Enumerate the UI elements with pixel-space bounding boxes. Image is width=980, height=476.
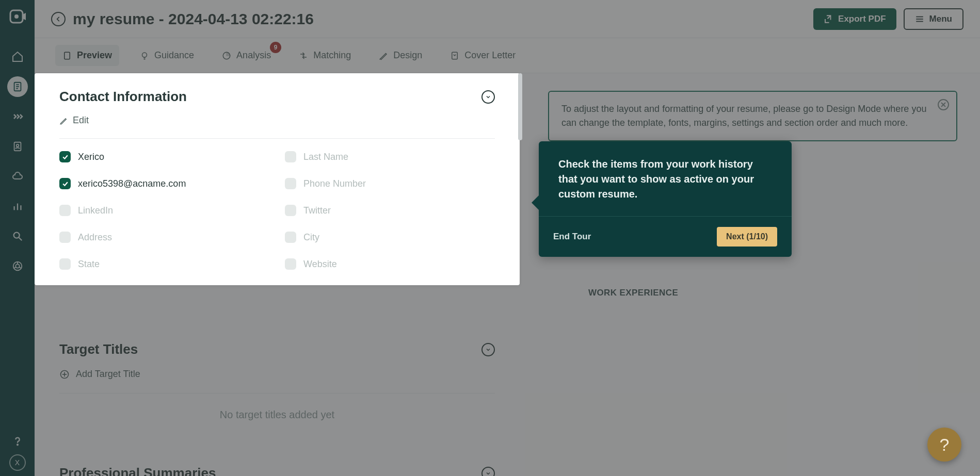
app-logo[interactable] — [7, 6, 28, 27]
field-phone[interactable]: Phone Number — [285, 178, 495, 189]
edit-contact-button[interactable]: Edit — [59, 115, 495, 139]
professional-summaries-section: Professional Summaries — [35, 465, 520, 476]
field-first-name[interactable]: Xerico — [59, 151, 269, 162]
work-experience-heading: WORK EXPERIENCE — [588, 288, 678, 298]
svg-point-1 — [14, 14, 19, 19]
page-title: my resume - 2024-04-13 02:22:16 — [73, 10, 314, 28]
tab-preview[interactable]: Preview — [55, 45, 119, 66]
help-icon[interactable] — [7, 431, 28, 451]
collapse-prof-summaries[interactable] — [481, 467, 495, 477]
svg-point-7 — [16, 144, 19, 147]
checkbox-first-name[interactable] — [59, 151, 71, 162]
browser-icon[interactable] — [7, 256, 28, 276]
contacts-icon[interactable] — [7, 136, 28, 157]
tooltip-arrow — [532, 195, 539, 210]
svg-point-18 — [17, 444, 18, 445]
menu-button[interactable]: Menu — [904, 8, 963, 30]
home-icon[interactable] — [7, 46, 28, 67]
pipeline-icon[interactable] — [7, 106, 28, 127]
tab-bar: Preview Guidance Analysis 9 Matching Des… — [35, 38, 980, 73]
target-titles-empty: No target titles added yet — [59, 393, 495, 436]
collapse-target-titles[interactable] — [481, 343, 495, 356]
close-notice-button[interactable] — [938, 99, 949, 110]
field-website[interactable]: Website — [285, 258, 495, 270]
svg-point-23 — [142, 53, 147, 57]
header: my resume - 2024-04-13 02:22:16 Export P… — [35, 0, 980, 38]
field-state[interactable]: State — [59, 258, 269, 270]
field-email[interactable]: xerico5398@acname.com — [59, 178, 269, 189]
tour-next-button[interactable]: Next (1/10) — [717, 227, 777, 247]
field-city[interactable]: City — [285, 232, 495, 243]
checkbox-address[interactable] — [59, 232, 71, 243]
tab-design[interactable]: Design — [372, 45, 429, 66]
export-pdf-button[interactable]: Export PDF — [813, 8, 896, 30]
checkbox-phone[interactable] — [285, 178, 296, 189]
user-avatar[interactable]: X — [9, 454, 26, 471]
field-last-name[interactable]: Last Name — [285, 151, 495, 162]
tab-cover-letter[interactable]: Cover Letter — [443, 45, 523, 66]
checkbox-email[interactable] — [59, 178, 71, 189]
tab-analysis[interactable]: Analysis 9 — [215, 45, 278, 66]
analysis-badge: 9 — [270, 42, 281, 53]
checkbox-last-name[interactable] — [285, 151, 296, 162]
resume-icon[interactable] — [7, 76, 28, 97]
field-twitter[interactable]: Twitter — [285, 205, 495, 216]
sidebar: X — [0, 0, 35, 476]
checkbox-city[interactable] — [285, 232, 296, 243]
target-titles-section: Target Titles Add Target Title No target… — [35, 341, 520, 436]
contact-info-heading: Contact Information — [59, 89, 187, 105]
checkbox-linkedin[interactable] — [59, 205, 71, 216]
tab-guidance[interactable]: Guidance — [133, 45, 201, 66]
checkbox-website[interactable] — [285, 258, 296, 270]
cloud-icon[interactable] — [7, 166, 28, 187]
end-tour-button[interactable]: End Tour — [553, 232, 591, 242]
svg-line-27 — [380, 59, 381, 60]
help-bubble[interactable]: ? — [927, 428, 961, 462]
svg-point-11 — [13, 233, 19, 238]
checkbox-state[interactable] — [59, 258, 71, 270]
design-mode-notice: To adjust the layout and formatting of y… — [548, 91, 957, 141]
search-icon[interactable] — [7, 226, 28, 247]
tab-matching[interactable]: Matching — [292, 45, 358, 66]
add-target-title-button[interactable]: Add Target Title — [59, 357, 495, 393]
tour-message: Check the items from your work history t… — [539, 141, 792, 217]
svg-line-16 — [19, 267, 21, 268]
checkbox-twitter[interactable] — [285, 205, 296, 216]
field-linkedin[interactable]: LinkedIn — [59, 205, 269, 216]
contact-information-panel: Contact Information Edit Xerico Last Nam… — [35, 73, 520, 285]
back-button[interactable] — [51, 12, 66, 26]
svg-rect-22 — [65, 52, 70, 59]
tour-tooltip: Check the items from your work history t… — [539, 141, 792, 257]
analytics-icon[interactable] — [7, 196, 28, 217]
collapse-contact-info[interactable] — [481, 90, 495, 104]
svg-line-17 — [14, 267, 16, 268]
field-address[interactable]: Address — [59, 232, 269, 243]
svg-line-12 — [19, 238, 22, 241]
panel-scrollbar[interactable] — [518, 73, 522, 140]
